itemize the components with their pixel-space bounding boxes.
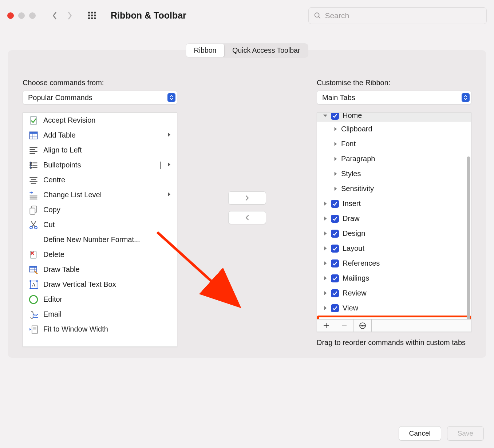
disclosure-chevron-icon[interactable] [332,156,339,161]
tree-tab-label: View [343,304,358,312]
svg-marker-15 [324,261,327,265]
back-button[interactable] [50,11,59,20]
commands-listbox[interactable]: Accept Revision Add Table Align to Left … [23,112,177,347]
tree-group-row[interactable]: Clipboard [317,122,471,136]
command-label: Delete [43,250,171,259]
disclosure-chevron-icon[interactable] [321,246,329,251]
disclosure-chevron-icon[interactable] [332,142,339,146]
footer-buttons: Cancel Save [399,426,484,441]
command-row[interactable]: Draw Table [23,262,177,277]
checkbox-checked-icon[interactable] [331,245,339,253]
tree-group-row[interactable]: Styles [317,166,471,181]
remove-tab-button[interactable] [335,320,353,332]
tree-tab-row[interactable]: View [317,301,471,316]
tree-group-label: Clipboard [341,125,372,133]
svg-marker-16 [324,276,327,280]
choose-commands-value: Popular Commands [28,94,92,102]
tree-tab-row[interactable]: Mailings [317,271,471,286]
command-row[interactable]: Fit to Window Width [23,322,177,337]
tree-group-row[interactable]: Sensitivity [317,181,471,196]
command-row[interactable]: Draw Vertical Text Box [23,277,177,292]
command-row[interactable]: Editor [23,292,177,307]
command-row[interactable]: Cut [23,217,177,232]
submenu-arrow-icon [167,192,171,198]
checkbox-checked-icon[interactable] [331,274,339,282]
cancel-button[interactable]: Cancel [399,426,441,441]
checkbox-checked-icon[interactable] [333,319,341,320]
svg-marker-3 [168,162,170,167]
disclosure-chevron-icon[interactable] [321,291,329,296]
disclosure-chevron-icon[interactable] [321,261,329,266]
disclosure-chevron-icon[interactable] [332,171,339,176]
ribbon-tree[interactable]: Home Clipboard Font Paragraph Styles Sen… [317,112,471,332]
tree-tab-row[interactable]: Design [317,226,471,241]
submenu-arrow-icon [167,132,171,138]
window-controls [7,12,36,19]
command-row[interactable]: Change List Level [23,187,177,202]
tree-tab-label: Review [343,289,367,297]
save-button[interactable]: Save [447,426,484,441]
tree-tab-label: Draw [343,214,360,223]
search-icon [314,12,321,20]
tree-group-label: Sensitivity [341,185,374,193]
search-input[interactable] [325,11,481,20]
minimize-window-button[interactable] [18,12,25,19]
tree-group-row[interactable]: Paragraph [317,151,471,166]
command-row[interactable]: Centre [23,173,177,187]
customise-ribbon-label: Customise the Ribbon: [317,79,471,87]
disclosure-chevron-icon[interactable] [332,127,339,131]
disclosure-chevron-icon[interactable] [321,113,329,118]
checkbox-checked-icon[interactable] [331,215,339,223]
more-options-button[interactable] [353,320,372,332]
svg-line-1 [319,16,320,18]
command-label: Bulletpoints [43,161,155,169]
command-row[interactable]: Email [23,307,177,322]
checkbox-checked-icon[interactable] [331,200,339,208]
checkbox-checked-icon[interactable] [331,289,339,297]
svg-marker-18 [324,306,327,310]
disclosure-chevron-icon[interactable] [321,306,329,310]
tree-tab-row[interactable]: Insert [317,196,471,211]
titlebar: Ribbon & Toolbar [0,0,494,31]
disclosure-chevron-icon[interactable] [332,186,339,191]
tree-group-row[interactable]: Font [317,136,471,151]
svg-point-25 [362,325,363,326]
add-tab-button[interactable] [317,320,335,332]
disclosure-chevron-icon[interactable] [321,276,329,281]
close-window-button[interactable] [7,12,14,19]
remove-command-button[interactable] [228,211,266,224]
svg-point-24 [360,325,361,326]
tree-tab-row[interactable]: Developer [317,316,471,319]
add-command-button[interactable] [228,191,266,205]
tree-tab-row[interactable]: Home [317,113,471,122]
command-row[interactable]: Copy [23,202,177,217]
command-row[interactable]: Define New Number Format... [23,232,177,247]
show-all-icon[interactable] [88,12,96,20]
command-row[interactable]: Accept Revision [23,113,177,128]
checkbox-checked-icon[interactable] [331,113,339,120]
command-label: Centre [43,176,171,184]
zoom-window-button[interactable] [29,12,36,19]
change-list-level-icon [29,190,38,200]
tree-tab-row[interactable]: References [317,256,471,271]
command-label: Editor [43,295,171,304]
scrollbar[interactable] [467,156,470,319]
choose-commands-dropdown[interactable]: Popular Commands [23,91,177,104]
tree-tab-row[interactable]: Layout [317,241,471,256]
disclosure-chevron-icon[interactable] [321,231,329,236]
disclosure-chevron-icon[interactable] [321,201,329,206]
command-row[interactable]: Add Table [23,128,177,143]
customise-ribbon-dropdown[interactable]: Main Tabs [317,91,471,104]
disclosure-chevron-icon[interactable] [321,216,329,221]
command-row[interactable]: Delete [23,247,177,262]
checkbox-checked-icon[interactable] [331,259,339,267]
checkbox-checked-icon[interactable] [331,304,339,312]
search-field[interactable] [308,7,487,24]
command-row[interactable]: Align to Left [23,143,177,158]
tree-tab-row[interactable]: Review [317,286,471,301]
checkbox-checked-icon[interactable] [331,230,339,238]
tree-tab-row[interactable]: Draw [317,211,471,226]
forward-button[interactable] [66,11,74,20]
command-row[interactable]: Bulletpoints [23,158,177,173]
tree-group-label: Styles [341,170,361,178]
